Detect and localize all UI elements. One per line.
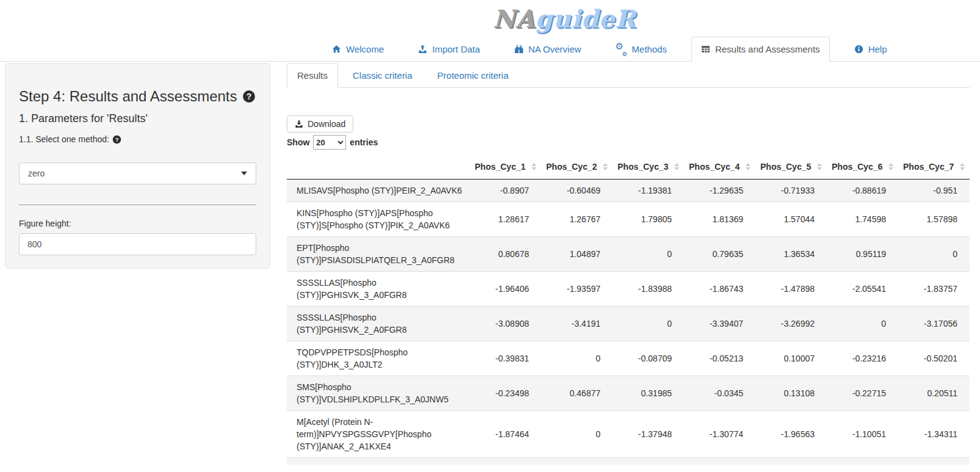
svg-text:?: ? xyxy=(246,92,251,101)
nav-tab-na-overview[interactable]: NA Overview xyxy=(505,37,591,62)
peptide-name-cell: SSSSLLAS[Phospho (STY)]PGHISVK_3_A0FGR8 xyxy=(287,272,470,307)
table-row: EPT[Phospho (STY)]PSIASDISLPIATQELR_3_A0… xyxy=(287,237,970,272)
column-header[interactable]: Phos_Cyc_3 xyxy=(613,154,684,180)
value-cell: -0.88619 xyxy=(827,180,898,202)
info-circle-icon xyxy=(854,45,863,54)
table-row-partial xyxy=(287,457,970,465)
peptide-name-cell: MLISAVS[Phospho (STY)]PEIR_2_A0AVK6 xyxy=(287,180,470,202)
value-cell: 0.31985 xyxy=(613,376,684,411)
nav-tab-label: NA Overview xyxy=(528,44,582,54)
peptide-name-cell: M[Acetyl (Protein N-term)]NPVYSPGSSGVPY[… xyxy=(287,411,470,458)
value-cell: -3.17056 xyxy=(898,307,970,341)
value-cell: 0 xyxy=(541,411,613,458)
value-cell: 0.10007 xyxy=(755,341,827,376)
value-cell: 0.95119 xyxy=(827,237,898,272)
question-circle-icon[interactable]: ? xyxy=(242,90,256,103)
method-select[interactable]: zero xyxy=(19,162,256,184)
value-cell: 0.80678 xyxy=(470,237,541,272)
chevron-down-icon xyxy=(241,172,247,175)
tab-results[interactable]: Results xyxy=(287,63,338,88)
table-body: MLISAVS[Phospho (STY)]PEIR_2_A0AVK6-0.89… xyxy=(287,180,970,458)
tab-proteomic-criteria[interactable]: Proteomic criteria xyxy=(427,63,519,88)
logo-text-na: NA xyxy=(493,4,536,33)
column-header[interactable]: Phos_Cyc_5 xyxy=(755,154,827,180)
peptide-name-cell: KINS[Phospho (STY)]APS[Phospho (STY)]S[P… xyxy=(287,202,470,237)
svg-text:?: ? xyxy=(115,136,119,142)
page-content: Step 4: Results and Assessments ? 1. Par… xyxy=(0,62,980,465)
column-header[interactable]: Phos_Cyc_7 xyxy=(898,154,970,180)
nav-tab-label: Import Data xyxy=(432,44,480,54)
tab-classic-criteria[interactable]: Classic criteria xyxy=(342,63,423,88)
value-cell: -1.37948 xyxy=(613,411,684,458)
sort-icon xyxy=(746,163,751,170)
value-cell: 1.79805 xyxy=(613,202,684,237)
value-cell: 0 xyxy=(613,307,684,341)
value-cell: 1.57898 xyxy=(898,202,970,237)
entries-label: entries xyxy=(350,137,378,147)
value-cell: -1.87464 xyxy=(470,411,541,458)
sidebar-panel: Step 4: Results and Assessments ? 1. Par… xyxy=(5,63,270,269)
sort-icon xyxy=(531,163,536,170)
value-cell: -1.83757 xyxy=(898,272,970,307)
table-row: M[Acetyl (Protein N-term)]NPVYSPGSSGVPY[… xyxy=(287,411,970,458)
page-length-control: Show 20 entries xyxy=(287,135,970,150)
value-cell: -1.93597 xyxy=(541,272,613,307)
value-cell: -0.23216 xyxy=(827,341,898,376)
nav-tab-methods[interactable]: ⚙⚙ Methods xyxy=(605,37,677,62)
column-header[interactable]: Phos_Cyc_1 xyxy=(470,154,541,180)
method-label-text: 1.1. Select one method: xyxy=(19,134,109,144)
table-row: SMS[Phospho (STY)]VDLSHIPLKDPLLFK_3_A0JN… xyxy=(287,376,970,411)
nav-tab-import-data[interactable]: Import Data xyxy=(408,37,489,62)
value-cell: -1.96563 xyxy=(755,411,827,458)
table-row: SSSSLLAS[Phospho (STY)]PGHISVK_3_A0FGR8-… xyxy=(287,272,970,307)
column-header[interactable]: Phos_Cyc_2 xyxy=(541,154,613,180)
value-cell: 0.79635 xyxy=(684,237,755,272)
nav-tab-results-and-assessments[interactable]: Results and Assessments xyxy=(691,37,830,62)
value-cell: -0.39831 xyxy=(470,341,541,376)
row-label-column-header xyxy=(287,154,470,180)
upload-icon xyxy=(418,45,427,54)
sidebar-divider xyxy=(19,205,256,205)
value-cell: -0.951 xyxy=(898,180,970,202)
table-row: MLISAVS[Phospho (STY)]PEIR_2_A0AVK6-0.89… xyxy=(287,180,970,202)
value-cell: 0.13108 xyxy=(755,376,827,411)
value-cell: 1.74598 xyxy=(827,202,898,237)
peptide-name-cell: SSSSLLAS[Phospho (STY)]PGHISVK_2_A0FGR8 xyxy=(287,307,470,341)
sort-icon xyxy=(888,163,893,170)
value-cell: 0 xyxy=(827,307,898,341)
nav-tab-help[interactable]: Help xyxy=(845,37,897,62)
column-header[interactable]: Phos_Cyc_4 xyxy=(684,154,755,180)
value-cell: -2.05541 xyxy=(827,272,898,307)
value-cell: 1.26767 xyxy=(541,202,613,237)
nav-tab-label: Results and Assessments xyxy=(715,44,820,54)
value-cell: -3.26992 xyxy=(755,307,827,341)
value-cell: -1.86743 xyxy=(684,272,755,307)
value-cell: -1.83988 xyxy=(613,272,684,307)
table-icon xyxy=(701,45,710,54)
value-cell: -1.34311 xyxy=(898,411,970,458)
main-panel: Results Classic criteria Proteomic crite… xyxy=(287,62,980,465)
value-cell: 0.46877 xyxy=(541,376,613,411)
table-header: Phos_Cyc_1 Phos_Cyc_2 Phos_Cyc_3 Phos_Cy… xyxy=(287,154,970,180)
value-cell: -0.23498 xyxy=(470,376,541,411)
value-cell: 1.28617 xyxy=(470,202,541,237)
results-subtabs: Results Classic criteria Proteomic crite… xyxy=(287,63,970,88)
value-cell: 0 xyxy=(898,237,970,272)
value-cell: -1.19381 xyxy=(613,180,684,202)
value-cell: -0.05213 xyxy=(684,341,755,376)
page-length-select[interactable]: 20 xyxy=(313,135,346,150)
value-cell: 1.04897 xyxy=(541,237,613,272)
nav-tab-welcome[interactable]: Welcome xyxy=(322,37,394,62)
step-title-text: Step 4: Results and Assessments xyxy=(19,88,237,105)
show-label: Show xyxy=(287,137,309,147)
question-circle-icon[interactable]: ? xyxy=(112,135,121,144)
download-button[interactable]: Download xyxy=(287,115,353,133)
value-cell: -1.47898 xyxy=(755,272,827,307)
figure-height-input[interactable] xyxy=(19,233,256,255)
column-header[interactable]: Phos_Cyc_6 xyxy=(827,154,898,180)
method-select-value: zero xyxy=(28,169,45,178)
sort-icon xyxy=(674,163,679,170)
value-cell: -0.50201 xyxy=(898,341,970,376)
value-cell: 0 xyxy=(541,341,613,376)
figure-height-label: Figure height: xyxy=(19,219,256,228)
